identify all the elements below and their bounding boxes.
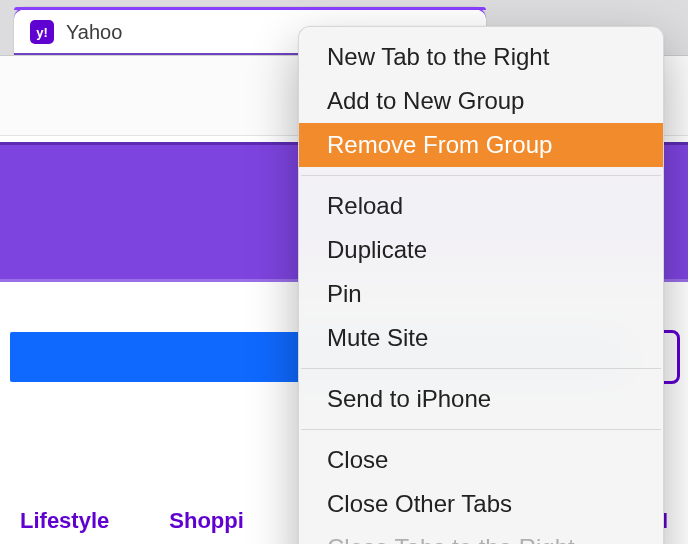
menu-item-send-to-iphone[interactable]: Send to iPhone xyxy=(299,377,663,421)
menu-item-close-tabs-to-the-right: Close Tabs to the Right xyxy=(299,526,663,544)
menu-item-duplicate[interactable]: Duplicate xyxy=(299,228,663,272)
nav-item-shopping[interactable]: Shoppi xyxy=(169,508,244,534)
menu-item-reload[interactable]: Reload xyxy=(299,184,663,228)
menu-item-pin[interactable]: Pin xyxy=(299,272,663,316)
tab-title: Yahoo xyxy=(66,21,122,44)
tab-context-menu[interactable]: New Tab to the RightAdd to New GroupRemo… xyxy=(298,26,664,544)
menu-item-mute-site[interactable]: Mute Site xyxy=(299,316,663,360)
menu-item-close-other-tabs[interactable]: Close Other Tabs xyxy=(299,482,663,526)
menu-item-new-tab-to-the-right[interactable]: New Tab to the Right xyxy=(299,35,663,79)
menu-item-add-to-new-group[interactable]: Add to New Group xyxy=(299,79,663,123)
menu-separator xyxy=(301,368,661,369)
nav-item-lifestyle[interactable]: Lifestyle xyxy=(20,508,109,534)
yahoo-favicon: y! xyxy=(30,20,54,44)
menu-separator xyxy=(301,175,661,176)
menu-item-remove-from-group[interactable]: Remove From Group xyxy=(299,123,663,167)
menu-item-close[interactable]: Close xyxy=(299,438,663,482)
menu-separator xyxy=(301,429,661,430)
